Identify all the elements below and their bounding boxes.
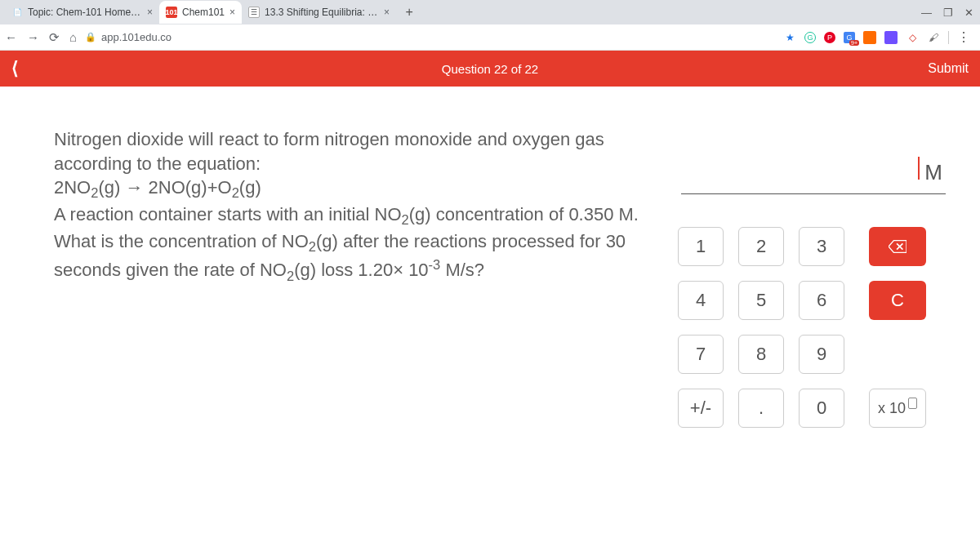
browser-toolbar: ← → ⟳ ⌂ 🔒 app.101edu.co ★ G P G ◇ 🖌 ⋮ bbox=[0, 24, 980, 51]
key-5[interactable]: 5 bbox=[738, 281, 784, 320]
extension-icon[interactable] bbox=[884, 31, 898, 44]
key-7[interactable]: 7 bbox=[678, 335, 724, 374]
close-icon[interactable]: × bbox=[229, 7, 235, 18]
app-header: ⟨ Question 22 of 22 Submit bbox=[0, 51, 980, 87]
spacer bbox=[869, 335, 926, 374]
answer-pane: M 1 2 3 4 5 6 7 8 9 +/- . 0 bbox=[678, 103, 972, 551]
home-icon[interactable]: ⌂ bbox=[69, 30, 77, 44]
reload-icon[interactable]: ⟳ bbox=[49, 30, 60, 45]
address-bar[interactable]: 🔒 app.101edu.co bbox=[85, 31, 172, 43]
minimize-icon[interactable]: — bbox=[921, 7, 932, 19]
google-translate-icon[interactable]: G bbox=[844, 32, 855, 43]
side-column: C x 10 bbox=[869, 227, 926, 428]
key-3[interactable]: 3 bbox=[799, 227, 844, 266]
key-6[interactable]: 6 bbox=[799, 281, 844, 320]
separator bbox=[948, 31, 949, 44]
close-icon[interactable]: × bbox=[147, 7, 153, 18]
number-grid: 1 2 3 4 5 6 7 8 9 +/- . 0 bbox=[678, 227, 844, 428]
pinterest-icon[interactable]: P bbox=[824, 32, 835, 43]
question-line1: Nitrogen dioxide will react to form nitr… bbox=[54, 129, 604, 174]
times-ten-exponent-button[interactable]: x 10 bbox=[869, 389, 926, 428]
browser-chrome: 📄 Topic: Chem-101 Homework Qu × 101 Chem… bbox=[0, 0, 980, 51]
key-8[interactable]: 8 bbox=[738, 335, 784, 374]
clear-button[interactable]: C bbox=[869, 281, 926, 320]
browser-menu-icon[interactable]: ⋮ bbox=[957, 29, 970, 45]
key-0[interactable]: 0 bbox=[799, 389, 844, 428]
backspace-icon bbox=[889, 240, 906, 253]
new-tab-button[interactable]: + bbox=[399, 2, 419, 22]
window-controls: — ❐ ✕ bbox=[921, 7, 980, 19]
extension-icons: ★ G P G ◇ 🖌 ⋮ bbox=[783, 29, 975, 45]
tab-title: Topic: Chem-101 Homework Qu bbox=[28, 7, 142, 18]
answer-unit: M bbox=[924, 160, 942, 185]
back-chevron-icon[interactable]: ⟨ bbox=[11, 58, 19, 79]
tab-title: 13.3 Shifting Equilibria: Le Châte bbox=[265, 7, 379, 18]
key-2[interactable]: 2 bbox=[738, 227, 784, 266]
text-cursor bbox=[918, 157, 920, 180]
favicon-chem101-icon: 101 bbox=[166, 7, 177, 18]
close-window-icon[interactable]: ✕ bbox=[964, 7, 973, 19]
key-plus-minus[interactable]: +/- bbox=[678, 389, 724, 428]
favicon-generic-icon: 📄 bbox=[11, 7, 23, 18]
question-counter: Question 22 of 22 bbox=[442, 62, 538, 76]
restore-icon[interactable]: ❐ bbox=[943, 7, 953, 19]
key-9[interactable]: 9 bbox=[799, 335, 844, 374]
question-pane: Nitrogen dioxide will react to form nitr… bbox=[8, 103, 678, 551]
tab-chapter-13-3[interactable]: ☰ 13.3 Shifting Equilibria: Le Châte × bbox=[242, 1, 396, 24]
tab-strip: 📄 Topic: Chem-101 Homework Qu × 101 Chem… bbox=[0, 0, 980, 24]
close-icon[interactable]: × bbox=[384, 7, 390, 18]
grammarly-icon[interactable]: G bbox=[804, 32, 816, 43]
tab-title: Chem101 bbox=[182, 7, 225, 18]
honey-icon[interactable] bbox=[863, 31, 876, 44]
submit-button[interactable]: Submit bbox=[928, 61, 969, 76]
bookmark-star-icon[interactable]: ★ bbox=[783, 31, 796, 44]
lock-icon: 🔒 bbox=[85, 32, 96, 42]
forward-icon[interactable]: → bbox=[27, 30, 39, 44]
tab-chem101-hw[interactable]: 📄 Topic: Chem-101 Homework Qu × bbox=[5, 1, 159, 24]
content-area: Nitrogen dioxide will react to form nitr… bbox=[0, 87, 980, 551]
back-icon[interactable]: ← bbox=[5, 30, 17, 44]
favicon-textbook-icon: ☰ bbox=[248, 7, 260, 18]
key-4[interactable]: 4 bbox=[678, 281, 724, 320]
answer-input[interactable]: M bbox=[681, 152, 946, 194]
keypad: 1 2 3 4 5 6 7 8 9 +/- . 0 bbox=[678, 227, 949, 428]
paint-icon[interactable]: 🖌 bbox=[927, 31, 940, 44]
key-decimal[interactable]: . bbox=[738, 389, 784, 428]
backspace-button[interactable] bbox=[869, 227, 926, 266]
tab-chem101[interactable]: 101 Chem101 × bbox=[159, 1, 242, 24]
exponent-box-icon bbox=[908, 398, 917, 409]
location-icon[interactable]: ◇ bbox=[906, 31, 919, 44]
question-text: Nitrogen dioxide will react to form nitr… bbox=[54, 127, 658, 285]
key-1[interactable]: 1 bbox=[678, 227, 724, 266]
url-text: app.101edu.co bbox=[101, 31, 172, 43]
